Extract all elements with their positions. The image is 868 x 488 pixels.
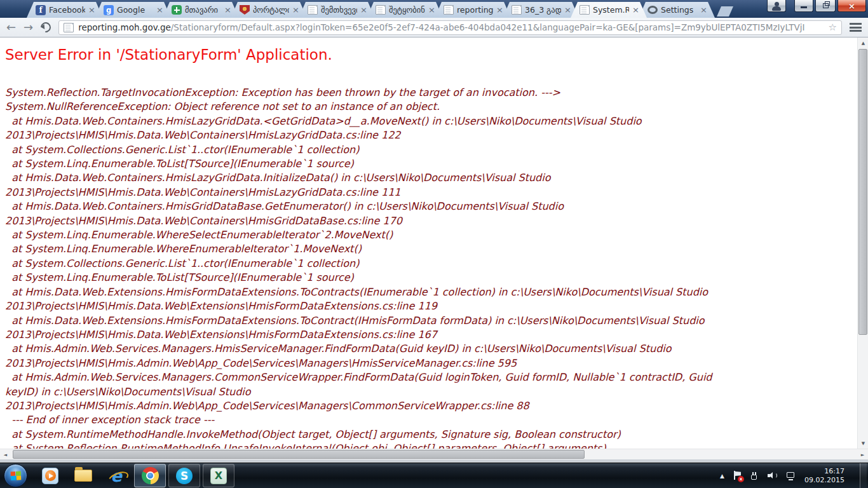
chrome-menu-icon[interactable] (850, 23, 862, 32)
scroll-down-icon[interactable]: ▼ (858, 438, 868, 449)
tab-label: მთავარი (185, 5, 221, 15)
restore-icon (823, 3, 829, 8)
tab-label: Google (117, 5, 153, 15)
tab-close-icon[interactable]: × (155, 6, 163, 14)
taskbar: e S X ▲ x 16:17 09.02.2015 (0, 463, 868, 488)
tab-google[interactable]: g Google × (95, 2, 171, 18)
page-icon (376, 5, 386, 15)
horizontal-scrollbar[interactable]: ◄ ► (0, 449, 868, 459)
health-cross-icon (172, 5, 182, 15)
tab-shemtkhvevis[interactable]: შემთხვევის × (299, 2, 375, 18)
page-icon (64, 23, 74, 32)
taskbar-item-internet-explorer[interactable]: e (100, 463, 133, 488)
windows-logo-icon (10, 471, 21, 480)
tab-36-3-gada[interactable]: 36_3 გადა × (503, 2, 579, 18)
gear-icon (648, 6, 658, 14)
page-icon (308, 5, 318, 15)
tab-close-icon[interactable]: × (631, 6, 639, 14)
tab-portali[interactable]: პორტალი × (231, 2, 307, 18)
tab-label: 36_3 გადა (525, 5, 561, 15)
scroll-up-icon[interactable]: ▲ (858, 37, 868, 48)
browser-window: f Facebook × g Google × მთავარი × პორტალ… (0, 0, 868, 488)
bookmark-star-icon[interactable]: ☆ (829, 22, 837, 33)
url-text: reporting.moh.gov.ge/Stationaryform/Defa… (78, 22, 824, 32)
action-center-flag-icon[interactable]: x (733, 471, 742, 480)
tab-label: შემთხვევის (321, 5, 357, 15)
back-button[interactable]: ← (6, 22, 16, 33)
taskbar-item-media-player[interactable] (34, 463, 67, 488)
profile-button[interactable] (767, 0, 786, 12)
tab-close-icon[interactable]: × (563, 6, 571, 14)
reload-button[interactable] (39, 20, 53, 35)
tab-label: Facebook (49, 5, 85, 15)
minimize-icon (801, 6, 807, 8)
show-hidden-icons-button[interactable]: ▲ (720, 473, 724, 479)
page-icon (580, 5, 590, 15)
url-path: /Stationaryform/Default.aspx?loginToken=… (171, 22, 805, 32)
start-button[interactable] (4, 464, 27, 487)
vertical-scrollbar[interactable]: ▲ ▼ (857, 37, 868, 449)
forward-button[interactable]: → (24, 22, 33, 33)
tab-reporting[interactable]: reporting.m × (435, 2, 511, 18)
clock-time: 16:17 (804, 467, 844, 476)
tab-system-refl-active[interactable]: System.Refl × (571, 2, 647, 18)
show-desktop-button[interactable] (860, 463, 867, 488)
horizontal-scrollbar-thumb[interactable] (13, 450, 585, 459)
taskbar-item-explorer[interactable] (67, 463, 100, 488)
power-plug-icon[interactable] (750, 472, 759, 480)
page-viewport: Server Error in '/StationaryForm' Applic… (0, 37, 857, 449)
new-tab-button[interactable] (717, 6, 733, 17)
skype-icon: S (176, 468, 193, 484)
tab-close-icon[interactable]: × (699, 6, 707, 14)
tab-close-icon[interactable]: × (223, 6, 231, 14)
tab-shetqobine[interactable]: შეტყობინე × (367, 2, 443, 18)
tab-close-icon[interactable]: × (87, 6, 95, 14)
google-icon: g (104, 5, 114, 15)
minimize-button[interactable] (794, 0, 813, 12)
network-icon[interactable] (786, 471, 796, 480)
url-domain: reporting.moh.gov.ge (78, 22, 171, 32)
vertical-scrollbar-thumb[interactable] (858, 49, 867, 335)
folder-icon (74, 470, 92, 482)
facebook-icon: f (36, 5, 46, 15)
close-button[interactable]: × (837, 0, 866, 12)
media-player-icon (42, 468, 58, 484)
stack-trace: System.Reflection.TargetInvocationExcept… (5, 86, 857, 449)
person-icon (774, 2, 779, 11)
tab-settings[interactable]: Settings × (639, 2, 715, 18)
address-bar[interactable]: reporting.moh.gov.ge/Stationaryform/Defa… (58, 20, 842, 35)
volume-icon[interactable] (768, 471, 777, 480)
close-icon: × (848, 1, 855, 11)
system-tray: ▲ x 16:17 09.02.2015 (720, 463, 868, 488)
tab-label: შეტყობინე (389, 5, 425, 15)
internet-explorer-icon: e (111, 468, 122, 484)
excel-icon: X (210, 468, 227, 484)
tab-facebook[interactable]: f Facebook × (27, 2, 103, 18)
page-title: Server Error in '/StationaryForm' Applic… (5, 46, 857, 63)
tab-mtavari[interactable]: მთავარი × (163, 2, 239, 18)
tab-close-icon[interactable]: × (427, 6, 435, 14)
clock-date: 09.02.2015 (804, 476, 844, 485)
browser-toolbar: ← → reporting.moh.gov.ge/Stationaryform/… (0, 18, 868, 37)
volume-wave (773, 473, 777, 478)
scroll-left-icon[interactable]: ◄ (0, 449, 11, 460)
action-center-error-badge: x (738, 476, 744, 482)
georgia-emblem-icon (240, 5, 250, 15)
taskbar-clock[interactable]: 16:17 09.02.2015 (804, 467, 847, 485)
tab-close-icon[interactable]: × (359, 6, 367, 14)
taskbar-item-excel[interactable]: X (203, 464, 234, 487)
titlebar: f Facebook × g Google × მთავარი × პორტალ… (0, 0, 868, 18)
scroll-right-icon[interactable]: ► (857, 449, 868, 460)
chrome-icon (142, 467, 159, 484)
tab-label: System.Refl (593, 5, 629, 15)
page-icon (512, 5, 522, 15)
maximize-button[interactable] (815, 0, 836, 12)
tab-close-icon[interactable]: × (291, 6, 299, 14)
tab-strip: f Facebook × g Google × მთავარი × პორტალ… (27, 2, 733, 18)
taskbar-item-chrome[interactable] (134, 464, 166, 487)
tab-close-icon[interactable]: × (495, 6, 503, 14)
taskbar-item-skype[interactable]: S (168, 464, 200, 487)
page-icon (444, 5, 454, 15)
window-controls: × (767, 0, 866, 12)
tab-label: Settings (661, 5, 697, 15)
